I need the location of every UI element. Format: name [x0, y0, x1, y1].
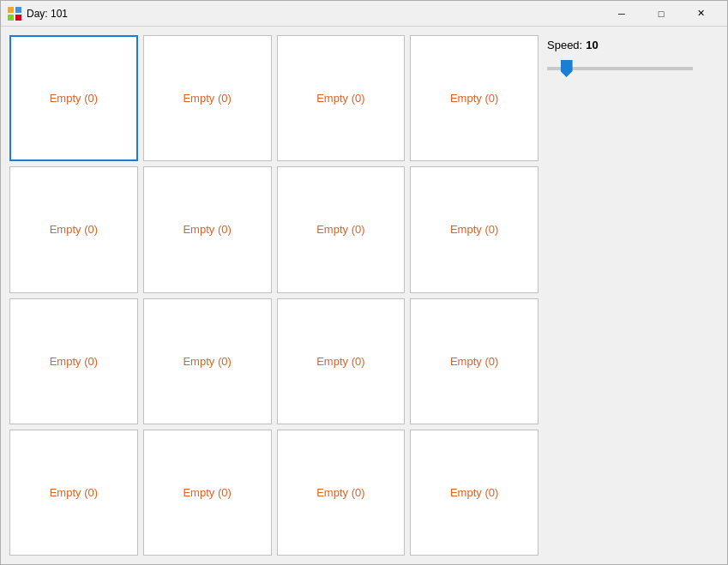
cell-label-3: Empty (0): [450, 92, 498, 105]
svg-rect-1: [15, 7, 21, 13]
sidebar: Speed: 10: [547, 35, 719, 556]
speed-slider-container: [547, 57, 719, 81]
grid-cell-4[interactable]: Empty (0): [9, 166, 138, 292]
cell-label-2: Empty (0): [316, 92, 364, 105]
window-title: Day: 101: [27, 8, 602, 20]
content-area: Empty (0)Empty (0)Empty (0)Empty (0)Empt…: [1, 27, 727, 564]
cell-label-6: Empty (0): [316, 223, 364, 236]
cell-label-13: Empty (0): [183, 486, 231, 499]
minimize-button[interactable]: ─: [602, 1, 641, 27]
cell-label-4: Empty (0): [50, 223, 98, 236]
speed-slider[interactable]: [547, 67, 693, 70]
speed-section: Speed: 10: [547, 39, 719, 81]
cell-label-5: Empty (0): [183, 223, 231, 236]
app-icon: [8, 7, 21, 21]
grid-cell-0[interactable]: Empty (0): [9, 35, 138, 161]
svg-rect-3: [15, 15, 21, 21]
cell-grid: Empty (0)Empty (0)Empty (0)Empty (0)Empt…: [9, 35, 538, 556]
grid-cell-11[interactable]: Empty (0): [410, 298, 538, 424]
grid-cell-9[interactable]: Empty (0): [143, 298, 272, 424]
cell-label-1: Empty (0): [183, 92, 231, 105]
maximize-button[interactable]: □: [641, 1, 681, 27]
grid-cell-15[interactable]: Empty (0): [410, 430, 538, 556]
grid-cell-6[interactable]: Empty (0): [277, 166, 406, 292]
cell-label-9: Empty (0): [183, 355, 231, 368]
speed-value: 10: [586, 39, 598, 51]
cell-label-10: Empty (0): [316, 355, 364, 368]
speed-label-row: Speed: 10: [547, 39, 719, 51]
grid-cell-1[interactable]: Empty (0): [143, 35, 272, 161]
grid-cell-8[interactable]: Empty (0): [9, 298, 138, 424]
speed-label: Speed:: [547, 39, 582, 51]
grid-cell-12[interactable]: Empty (0): [9, 430, 138, 556]
grid-cell-7[interactable]: Empty (0): [410, 166, 538, 292]
title-bar: Day: 101 ─ □ ✕: [1, 1, 727, 27]
svg-rect-2: [8, 15, 14, 21]
grid-cell-10[interactable]: Empty (0): [277, 298, 406, 424]
grid-cell-13[interactable]: Empty (0): [143, 430, 272, 556]
grid-cell-5[interactable]: Empty (0): [143, 166, 272, 292]
cell-label-0: Empty (0): [50, 92, 98, 105]
grid-cell-2[interactable]: Empty (0): [277, 35, 406, 161]
cell-label-11: Empty (0): [450, 355, 498, 368]
main-window: Day: 101 ─ □ ✕ Empty (0)Empty (0)Empty (…: [0, 0, 728, 565]
grid-cell-14[interactable]: Empty (0): [277, 430, 406, 556]
grid-cell-3[interactable]: Empty (0): [410, 35, 538, 161]
cell-label-8: Empty (0): [50, 355, 98, 368]
cell-label-15: Empty (0): [450, 486, 498, 499]
window-controls: ─ □ ✕: [602, 1, 720, 27]
close-button[interactable]: ✕: [681, 1, 720, 27]
svg-rect-0: [8, 7, 14, 13]
cell-label-7: Empty (0): [450, 223, 498, 236]
cell-label-14: Empty (0): [316, 486, 364, 499]
cell-label-12: Empty (0): [50, 486, 98, 499]
